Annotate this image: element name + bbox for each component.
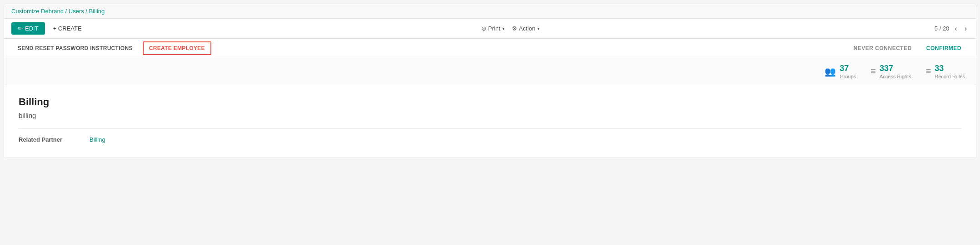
related-partner-row: Related Partner Billing: [19, 136, 961, 143]
print-label: Print: [488, 25, 500, 32]
record-rules-icon: ≡: [926, 66, 931, 77]
breadcrumb-part-3: Billing: [89, 8, 105, 15]
wrench-icon: ⚙: [512, 25, 517, 32]
record-rules-info: 33 Record Rules: [935, 64, 965, 79]
edit-label: EDIT: [25, 25, 39, 32]
create-employee-button[interactable]: CREATE EMPLOYEE: [143, 41, 211, 55]
groups-label: Groups: [840, 74, 856, 79]
groups-info: 37 Groups: [840, 64, 856, 79]
access-rights-number: 337: [880, 64, 911, 74]
record-rules-number: 33: [935, 64, 965, 74]
record-title: Billing: [19, 96, 961, 108]
content-area: Billing billing Related Partner Billing: [4, 85, 976, 158]
action-label: Action: [519, 25, 535, 32]
nav-position: 5 / 20: [935, 25, 950, 32]
edit-button[interactable]: ✏ EDIT: [11, 22, 45, 35]
toolbar: ✏ EDIT + CREATE ⊜ Print ▾ ⚙ Action ▾ 5 /…: [4, 19, 976, 39]
record-subtitle: billing: [19, 112, 961, 119]
breadcrumb-part-1[interactable]: Customize Debrand: [11, 8, 64, 15]
edit-icon: ✏: [18, 25, 23, 32]
action-button[interactable]: ⚙ Action ▾: [512, 25, 540, 32]
create-employee-label: CREATE EMPLOYEE: [149, 45, 205, 51]
action-chevron-icon: ▾: [537, 26, 540, 31]
groups-stat[interactable]: 👥 37 Groups: [825, 64, 856, 79]
action-bar-right: NEVER CONNECTED CONFIRMED: [846, 41, 969, 55]
send-reset-password-button[interactable]: SEND RESET PASSWORD INSTRUCTIONS: [11, 40, 139, 57]
print-chevron-icon: ▾: [502, 26, 505, 31]
access-rights-icon: ≡: [870, 66, 876, 77]
breadcrumb-text: Customize Debrand / Users / Billing: [11, 8, 105, 15]
breadcrumb-part-2[interactable]: Users: [69, 8, 84, 15]
access-rights-stat[interactable]: ≡ 337 Access Rights: [870, 64, 911, 79]
create-label: + CREATE: [53, 25, 82, 32]
action-bar: SEND RESET PASSWORD INSTRUCTIONS CREATE …: [4, 39, 976, 58]
never-connected-badge: NEVER CONNECTED: [846, 41, 919, 55]
breadcrumb-sep-1: /: [65, 8, 69, 15]
toolbar-center: ⊜ Print ▾ ⚙ Action ▾: [90, 25, 931, 32]
action-bar-left: SEND RESET PASSWORD INSTRUCTIONS CREATE …: [11, 39, 215, 58]
page-wrapper: Customize Debrand / Users / Billing ✏ ED…: [4, 4, 976, 158]
print-button[interactable]: ⊜ Print ▾: [481, 25, 505, 32]
groups-number: 37: [840, 64, 856, 74]
create-button[interactable]: + CREATE: [49, 22, 86, 35]
stats-bar: 👥 37 Groups ≡ 337 Access Rights ≡ 33 Rec…: [4, 58, 976, 85]
groups-icon: 👥: [825, 66, 836, 77]
record-rules-label: Record Rules: [935, 74, 965, 79]
nav-next-button[interactable]: ›: [963, 24, 969, 34]
nav-prev-button[interactable]: ‹: [953, 24, 959, 34]
toolbar-right: 5 / 20 ‹ ›: [935, 24, 969, 34]
divider: [19, 128, 961, 129]
breadcrumb: Customize Debrand / Users / Billing: [4, 4, 976, 19]
access-rights-info: 337 Access Rights: [880, 64, 911, 79]
confirmed-badge: CONFIRMED: [919, 41, 969, 55]
printer-icon: ⊜: [481, 25, 486, 32]
related-partner-label: Related Partner: [19, 136, 82, 143]
record-rules-stat[interactable]: ≡ 33 Record Rules: [926, 64, 965, 79]
access-rights-label: Access Rights: [880, 74, 911, 79]
related-partner-value[interactable]: Billing: [90, 136, 105, 143]
breadcrumb-sep-2: /: [85, 8, 89, 15]
send-reset-label: SEND RESET PASSWORD INSTRUCTIONS: [18, 45, 133, 51]
